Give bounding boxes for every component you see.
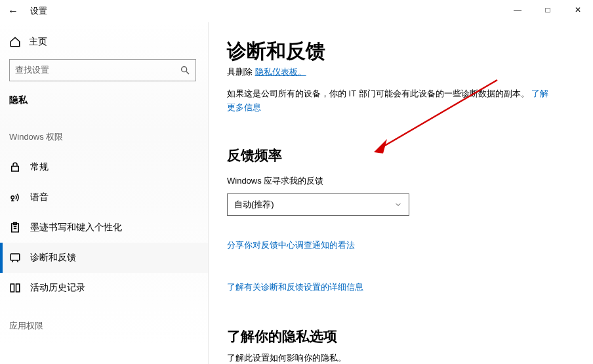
sidebar-item-activity[interactable]: 活动历史记录 xyxy=(0,273,208,303)
cut-off-text: 具删除 隐私仪表板。 xyxy=(227,66,593,78)
back-button[interactable]: ← xyxy=(0,5,26,17)
clipboard-icon xyxy=(9,222,21,233)
page-title: 诊断和反馈 xyxy=(227,38,593,65)
search-icon xyxy=(180,65,190,75)
dashboard-link[interactable]: 隐私仪表板。 xyxy=(255,67,306,77)
sidebar-item-label: 诊断和反馈 xyxy=(30,252,76,264)
svg-rect-2 xyxy=(12,167,19,172)
sidebar-item-label: 语音 xyxy=(30,192,49,203)
sidebar-item-general[interactable]: 常规 xyxy=(0,152,208,182)
home-label: 主页 xyxy=(29,36,47,48)
feedback-frequency-dropdown[interactable]: 自动(推荐) xyxy=(227,193,409,216)
minimize-button[interactable]: — xyxy=(502,0,533,20)
close-button[interactable]: ✕ xyxy=(563,0,593,20)
feedback-frequency-label: Windows 应寻求我的反馈 xyxy=(227,175,593,187)
diagnostics-details-link[interactable]: 了解有关诊断和反馈设置的详细信息 xyxy=(227,281,593,293)
feedback-frequency-heading: 反馈频率 xyxy=(227,146,593,165)
minimize-icon: — xyxy=(514,5,521,14)
search-placeholder: 查找设置 xyxy=(15,64,49,76)
home-icon xyxy=(9,36,21,48)
svg-point-0 xyxy=(182,67,187,72)
company-device-paragraph: 如果这是公司所有的设备，你的 IT 部门可能会有此设备的一些诊断数据的副本。 了… xyxy=(227,87,555,115)
sidebar-item-inking[interactable]: 墨迹书写和键入个性化 xyxy=(0,212,208,243)
home-button[interactable]: 主页 xyxy=(9,29,208,55)
svg-rect-9 xyxy=(10,284,14,292)
feedback-icon xyxy=(9,252,21,264)
share-feedback-link[interactable]: 分享你对反馈中心调查通知的看法 xyxy=(227,239,593,251)
privacy-options-heading: 了解你的隐私选项 xyxy=(227,327,593,346)
chevron-down-icon xyxy=(394,201,402,209)
back-arrow-icon: ← xyxy=(8,5,18,16)
sidebar-item-label: 活动历史记录 xyxy=(30,282,85,294)
app-permissions-label: 应用权限 xyxy=(9,320,208,332)
maximize-button[interactable]: □ xyxy=(533,0,563,20)
lock-icon xyxy=(9,161,21,173)
dropdown-value: 自动(推荐) xyxy=(234,199,274,211)
svg-point-3 xyxy=(11,196,14,199)
close-icon: ✕ xyxy=(575,5,581,14)
category-title: 隐私 xyxy=(9,94,208,106)
sidebar: 主页 查找设置 隐私 Windows 权限 常规 语音 墨迹书写和键入个性化 诊… xyxy=(0,22,209,364)
speech-icon xyxy=(9,192,21,203)
window-title: 设置 xyxy=(30,5,47,17)
content-area: 诊断和反馈 具删除 隐私仪表板。 如果这是公司所有的设备，你的 IT 部门可能会… xyxy=(209,22,593,364)
maximize-icon: □ xyxy=(545,5,550,14)
svg-rect-8 xyxy=(10,254,20,260)
search-input[interactable]: 查找设置 xyxy=(9,59,196,81)
history-icon xyxy=(9,282,21,294)
privacy-paragraph: 了解此设置如何影响你的隐私。 xyxy=(227,352,593,364)
sidebar-item-speech[interactable]: 语音 xyxy=(0,182,208,212)
group-label: Windows 权限 xyxy=(9,131,208,143)
sidebar-item-label: 常规 xyxy=(30,161,49,173)
sidebar-item-diagnostics[interactable]: 诊断和反馈 xyxy=(0,243,208,273)
svg-line-1 xyxy=(186,71,189,74)
svg-rect-10 xyxy=(16,284,20,292)
sidebar-item-label: 墨迹书写和键入个性化 xyxy=(30,222,122,233)
